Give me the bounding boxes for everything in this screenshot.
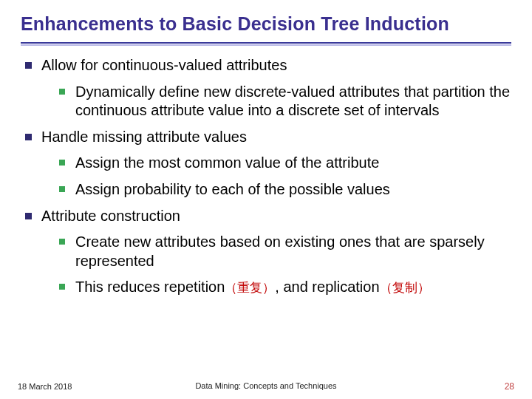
slide-title: Enhancements to Basic Decision Tree Indu… [21,13,511,35]
bullet-text: Create new attributes based on existing … [75,233,485,269]
chinese-annotation: （重复） [225,281,275,295]
bullet-text: Allow for continuous-valued attributes [41,57,287,73]
title-underline [21,42,511,46]
bullet-text: Assign probability to each of the possib… [75,181,390,197]
sub-bullet-item: This reduces repetition（重复）, and replica… [59,278,511,297]
bullet-text: , and replication [275,279,379,295]
footer-date: 18 March 2018 [18,382,72,391]
footer-page-number: 28 [505,381,514,392]
sub-bullet-item: Assign probability to each of the possib… [59,180,511,200]
sub-bullet-item: Dynamically define new discrete-valued a… [59,83,511,120]
bullet-text: Handle missing attribute values [41,129,247,145]
bullet-item: Handle missing attribute values Assign t… [25,128,511,200]
sub-bullet-item: Assign the most common value of the attr… [59,154,511,173]
chinese-annotation: （复制） [380,281,430,295]
sub-bullet-item: Create new attributes based on existing … [59,233,511,270]
footer-title: Data Mining: Concepts and Techniques [195,381,336,390]
slide-footer: 18 March 2018 Data Mining: Concepts and … [0,381,532,392]
slide: Enhancements to Basic Decision Tree Indu… [0,0,532,399]
bullet-text: Assign the most common value of the attr… [75,154,379,171]
bullet-text: Dynamically define new discrete-valued a… [75,83,510,119]
bullet-item: Attribute construction Create new attrib… [25,207,511,297]
bullet-text: This reduces repetition [75,279,225,295]
bullet-item: Allow for continuous-valued attributes D… [25,56,511,120]
bullet-list: Allow for continuous-valued attributes D… [21,56,511,297]
bullet-text: Attribute construction [41,208,180,224]
